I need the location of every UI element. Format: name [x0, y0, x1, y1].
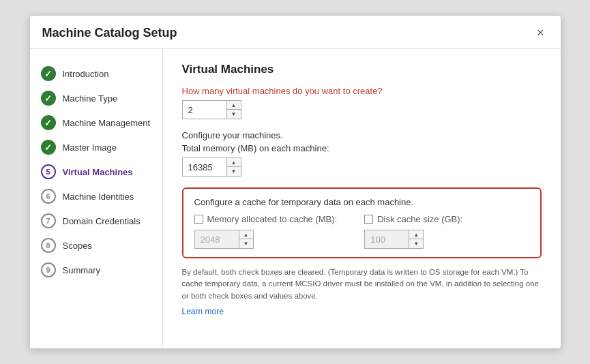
sidebar-label-machine-type: Machine Type: [63, 93, 118, 104]
step-indicator-machine-type: [41, 91, 56, 106]
sidebar: Introduction Machine Type Machine Manage…: [30, 49, 163, 348]
cache-title: Configure a cache for temporary data on …: [194, 197, 529, 207]
vm-count-input[interactable]: [182, 100, 226, 119]
step-indicator-domain-credentials: 7: [41, 213, 56, 228]
dialog-body: Introduction Machine Type Machine Manage…: [30, 49, 561, 348]
vm-count-spinner-group: ▲ ▼: [182, 100, 542, 119]
cache-memory-header: Memory allocated to cache (MB):: [194, 214, 338, 224]
sidebar-item-domain-credentials[interactable]: 7 Domain Credentials: [30, 209, 162, 233]
dialog-title: Machine Catalog Setup: [42, 26, 177, 40]
sidebar-item-machine-identities[interactable]: 6 Machine Identities: [30, 184, 162, 209]
vm-count-question: How many virtual machines do you want to…: [182, 86, 542, 96]
sidebar-item-virtual-machines[interactable]: 5 Virtual Machines: [30, 160, 162, 184]
cache-fields: Memory allocated to cache (MB): ▲ ▼: [194, 214, 529, 249]
machine-catalog-setup-dialog: Machine Catalog Setup × Introduction Mac…: [29, 15, 561, 349]
cache-box: Configure a cache for temporary data on …: [182, 187, 542, 258]
cache-disk-checkbox[interactable]: [364, 215, 373, 224]
main-content: Virtual Machines How many virtual machin…: [163, 49, 561, 348]
vm-count-up-button[interactable]: ▲: [227, 101, 241, 110]
configure-label: Configure your machines.: [182, 130, 542, 140]
memory-spinner-group: ▲ ▼: [182, 157, 542, 177]
memory-label: Total memory (MB) on each machine:: [182, 143, 542, 153]
cache-memory-spinner-group: ▲ ▼: [194, 230, 338, 249]
sidebar-item-scopes[interactable]: 8 Scopes: [30, 233, 162, 258]
cache-disk-spinner-group: ▲ ▼: [364, 230, 462, 249]
cache-disk-field: Disk cache size (GB): ▲ ▼: [364, 214, 462, 249]
sidebar-item-machine-management[interactable]: Machine Management: [30, 110, 162, 135]
sidebar-item-machine-type[interactable]: Machine Type: [30, 86, 162, 110]
memory-up-button[interactable]: ▲: [227, 158, 241, 167]
cache-memory-field: Memory allocated to cache (MB): ▲ ▼: [194, 214, 338, 249]
close-button[interactable]: ×: [533, 25, 548, 40]
step-indicator-machine-management: [41, 115, 56, 130]
memory-down-button[interactable]: ▼: [227, 167, 241, 176]
note-text: By default, both check boxes are cleared…: [182, 267, 542, 302]
memory-input[interactable]: [182, 157, 226, 177]
step-indicator-summary: 9: [41, 262, 56, 277]
section-title: Virtual Machines: [182, 63, 542, 76]
vm-count-down-button[interactable]: ▼: [227, 110, 241, 119]
cache-disk-spinner-buttons: ▲ ▼: [409, 230, 424, 249]
cache-memory-input[interactable]: [194, 230, 239, 249]
sidebar-label-domain-credentials: Domain Credentials: [63, 216, 141, 226]
sidebar-label-machine-identities: Machine Identities: [63, 192, 134, 202]
sidebar-item-summary[interactable]: 9 Summary: [30, 258, 162, 282]
vm-count-spinner-buttons: ▲ ▼: [226, 100, 241, 119]
sidebar-label-scopes: Scopes: [63, 241, 92, 251]
cache-memory-checkbox[interactable]: [194, 215, 203, 224]
step-indicator-scopes: 8: [41, 238, 56, 253]
sidebar-label-virtual-machines: Virtual Machines: [63, 167, 133, 177]
sidebar-label-introduction: Introduction: [63, 69, 109, 79]
cache-memory-label: Memory allocated to cache (MB):: [207, 214, 338, 224]
step-indicator-virtual-machines: 5: [41, 164, 56, 179]
learn-more-link[interactable]: Learn more: [182, 307, 224, 316]
sidebar-item-master-image[interactable]: Master Image: [30, 135, 162, 160]
sidebar-label-summary: Summary: [63, 265, 101, 275]
sidebar-label-master-image: Master Image: [63, 142, 117, 153]
cache-disk-label: Disk cache size (GB):: [377, 214, 462, 224]
sidebar-item-introduction[interactable]: Introduction: [30, 61, 162, 86]
cache-disk-down-button[interactable]: ▼: [409, 239, 423, 248]
cache-disk-header: Disk cache size (GB):: [364, 214, 462, 224]
memory-spinner-buttons: ▲ ▼: [226, 157, 241, 177]
cache-disk-up-button[interactable]: ▲: [409, 230, 423, 239]
step-indicator-introduction: [41, 66, 56, 81]
dialog-header: Machine Catalog Setup ×: [30, 16, 561, 49]
sidebar-label-machine-management: Machine Management: [63, 118, 151, 128]
cache-memory-up-button[interactable]: ▲: [239, 230, 253, 239]
step-indicator-machine-identities: 6: [41, 189, 56, 204]
cache-memory-down-button[interactable]: ▼: [239, 239, 253, 248]
cache-memory-spinner-buttons: ▲ ▼: [239, 230, 254, 249]
step-indicator-master-image: [41, 140, 56, 155]
cache-disk-input[interactable]: [364, 230, 409, 249]
